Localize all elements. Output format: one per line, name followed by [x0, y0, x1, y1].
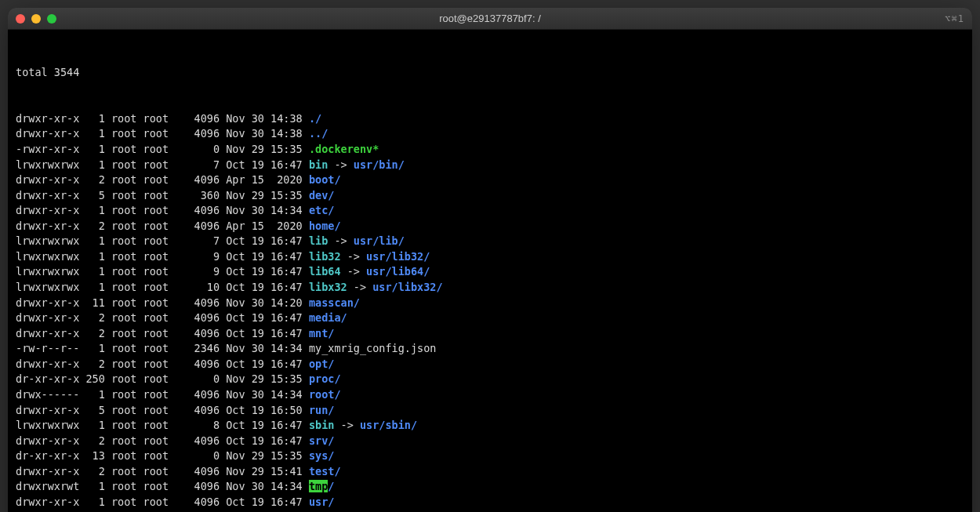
listing-meta: drwxr-xr-x 2 root root 4096 Oct 19 16:47	[16, 358, 309, 370]
listing-row: drwxr-xr-x 2 root root 4096 Oct 19 16:47…	[16, 357, 964, 372]
listing-name: tmp	[309, 480, 328, 492]
listing-target: usr/lib32/	[366, 250, 430, 263]
listing-meta: drwxr-xr-x 2 root root 4096 Nov 29 15:41	[16, 465, 309, 478]
listing-meta: drwxr-xr-x 11 root root 4096 Nov 30 14:2…	[16, 296, 309, 309]
listing-meta: drwxrwxrwt 1 root root 4096 Nov 30 14:34	[16, 480, 309, 492]
minimize-icon[interactable]	[31, 14, 41, 24]
listing-target: usr/bin/	[354, 158, 405, 171]
listing-name: home/	[309, 220, 341, 232]
traffic-lights	[16, 14, 56, 24]
terminal-body[interactable]: total 3544 drwxr-xr-x 1 root root 4096 N…	[8, 30, 972, 512]
listing-row: drwxr-xr-x 2 root root 4096 Apr 15 2020 …	[16, 172, 964, 188]
listing-container: drwxr-xr-x 1 root root 4096 Nov 30 14:38…	[16, 111, 964, 512]
listing-target: usr/libx32/	[372, 281, 442, 293]
listing-meta: -rwxr-xr-x 1 root root 0 Nov 29 15:35	[16, 143, 309, 155]
listing-name: masscan/	[309, 296, 360, 309]
listing-row: drwxr-xr-x 1 root root 4096 Nov 30 14:38…	[16, 126, 964, 142]
listing-row: dr-xr-xr-x 250 root root 0 Nov 29 15:35 …	[16, 372, 964, 387]
titlebar: root@e29137787bf7: / ⌥⌘1	[8, 8, 972, 30]
listing-target: usr/lib64/	[366, 265, 430, 278]
listing-name: lib	[309, 234, 328, 247]
maximize-icon[interactable]	[47, 14, 56, 24]
listing-meta: -rw-r--r-- 1 root root 2346 Nov 30 14:34	[16, 342, 309, 354]
listing-target: usr/sbin/	[360, 419, 417, 431]
listing-meta: drwx------ 1 root root 4096 Nov 30 14:34	[16, 388, 309, 401]
listing-name: mnt/	[309, 327, 335, 340]
listing-meta: drwxr-xr-x 2 root root 4096 Apr 15 2020	[16, 220, 309, 232]
listing-name: etc/	[309, 204, 335, 216]
listing-row: -rw-r--r-- 1 root root 2346 Nov 30 14:34…	[16, 341, 964, 357]
listing-meta: drwxr-xr-x 2 root root 4096 Oct 19 16:47	[16, 434, 309, 447]
titlebar-right-text: ⌥⌘1	[945, 13, 964, 24]
listing-suffix: /	[328, 480, 334, 492]
listing-meta: lrwxrwxrwx 1 root root 9 Oct 19 16:47	[16, 250, 309, 263]
arrow-icon: ->	[334, 419, 360, 431]
window-title: root@e29137787bf7: /	[8, 13, 972, 24]
listing-meta: dr-xr-xr-x 250 root root 0 Nov 29 15:35	[16, 372, 309, 385]
listing-meta: lrwxrwxrwx 1 root root 10 Oct 19 16:47	[16, 281, 309, 293]
listing-name: srv/	[309, 434, 335, 447]
listing-meta: drwxr-xr-x 2 root root 4096 Oct 19 16:47	[16, 327, 309, 340]
listing-row: drwxr-xr-x 5 root root 4096 Oct 19 16:50…	[16, 403, 964, 419]
listing-row: -rwxr-xr-x 1 root root 0 Nov 29 15:35 .d…	[16, 142, 964, 158]
listing-row: drwxrwxrwt 1 root root 4096 Nov 30 14:34…	[16, 479, 964, 495]
listing-name: media/	[309, 311, 347, 324]
listing-row: drwx------ 1 root root 4096 Nov 30 14:34…	[16, 387, 964, 403]
listing-row: drwxr-xr-x 2 root root 4096 Apr 15 2020 …	[16, 219, 964, 234]
listing-row: lrwxrwxrwx 1 root root 7 Oct 19 16:47 bi…	[16, 158, 964, 173]
listing-meta: dr-xr-xr-x 13 root root 0 Nov 29 15:35	[16, 449, 309, 462]
listing-row: drwxr-xr-x 1 root root 4096 Nov 30 14:38…	[16, 111, 964, 127]
arrow-icon: ->	[341, 265, 367, 278]
listing-row: lrwxrwxrwx 1 root root 8 Oct 19 16:47 sb…	[16, 418, 964, 434]
listing-name: lib32	[309, 250, 341, 263]
listing-name: .dockerenv	[309, 143, 372, 155]
listing-row: drwxr-xr-x 1 root root 4096 Oct 19 16:47…	[16, 495, 964, 510]
listing-meta: drwxr-xr-x 2 root root 4096 Oct 19 16:47	[16, 311, 309, 324]
listing-meta: drwxr-xr-x 5 root root 4096 Oct 19 16:50	[16, 404, 309, 416]
listing-name: lib64	[309, 265, 341, 278]
listing-name: usr/	[309, 496, 335, 508]
arrow-icon: ->	[328, 234, 354, 247]
listing-row: drwxr-xr-x 2 root root 4096 Oct 19 16:47…	[16, 310, 964, 326]
listing-name: libx32	[309, 281, 347, 293]
listing-name: test/	[309, 465, 341, 478]
listing-name: sbin	[309, 419, 335, 431]
listing-name: my_xmrig_config.json	[309, 342, 437, 354]
listing-target: usr/lib/	[354, 234, 405, 247]
listing-name: opt/	[309, 358, 335, 370]
listing-row: drwxr-xr-x 2 root root 4096 Oct 19 16:47…	[16, 326, 964, 342]
listing-row: drwxr-xr-x 2 root root 4096 Nov 29 15:41…	[16, 464, 964, 480]
listing-row: lrwxrwxrwx 1 root root 10 Oct 19 16:47 l…	[16, 280, 964, 296]
listing-suffix: *	[372, 143, 379, 155]
listing-name: dev/	[309, 189, 335, 202]
listing-name: run/	[309, 404, 335, 416]
listing-row: lrwxrwxrwx 1 root root 9 Oct 19 16:47 li…	[16, 249, 964, 265]
total-line: total 3544	[16, 65, 964, 81]
listing-row: drwxr-xr-x 5 root root 360 Nov 29 15:35 …	[16, 188, 964, 204]
close-icon[interactable]	[16, 14, 25, 24]
listing-meta: lrwxrwxrwx 1 root root 8 Oct 19 16:47	[16, 419, 309, 431]
listing-meta: drwxr-xr-x 1 root root 4096 Nov 30 14:38	[16, 112, 309, 125]
listing-name: proc/	[309, 372, 341, 385]
listing-name: boot/	[309, 173, 341, 186]
listing-meta: drwxr-xr-x 1 root root 4096 Oct 19 16:47	[16, 496, 309, 508]
arrow-icon: ->	[341, 250, 367, 263]
listing-name: root/	[309, 388, 341, 401]
listing-name: ./	[309, 112, 321, 125]
listing-meta: lrwxrwxrwx 1 root root 9 Oct 19 16:47	[16, 265, 309, 278]
listing-row: dr-xr-xr-x 13 root root 0 Nov 29 15:35 s…	[16, 448, 964, 464]
listing-name: sys/	[309, 449, 335, 462]
listing-meta: drwxr-xr-x 1 root root 4096 Nov 30 14:34	[16, 204, 309, 216]
listing-meta: drwxr-xr-x 5 root root 360 Nov 29 15:35	[16, 189, 309, 202]
arrow-icon: ->	[347, 281, 373, 293]
listing-meta: drwxr-xr-x 1 root root 4096 Nov 30 14:38	[16, 127, 309, 140]
listing-row: drwxr-xr-x 1 root root 4096 Nov 30 14:34…	[16, 203, 964, 219]
listing-row: drwxr-xr-x 11 root root 4096 Nov 30 14:2…	[16, 296, 964, 311]
terminal-window: root@e29137787bf7: / ⌥⌘1 total 3544 drwx…	[8, 8, 972, 512]
listing-row: drwxr-xr-x 2 root root 4096 Oct 19 16:47…	[16, 434, 964, 449]
listing-row: lrwxrwxrwx 1 root root 7 Oct 19 16:47 li…	[16, 234, 964, 249]
listing-meta: lrwxrwxrwx 1 root root 7 Oct 19 16:47	[16, 234, 309, 247]
listing-meta: lrwxrwxrwx 1 root root 7 Oct 19 16:47	[16, 158, 309, 171]
arrow-icon: ->	[328, 158, 354, 171]
listing-name: bin	[309, 158, 328, 171]
